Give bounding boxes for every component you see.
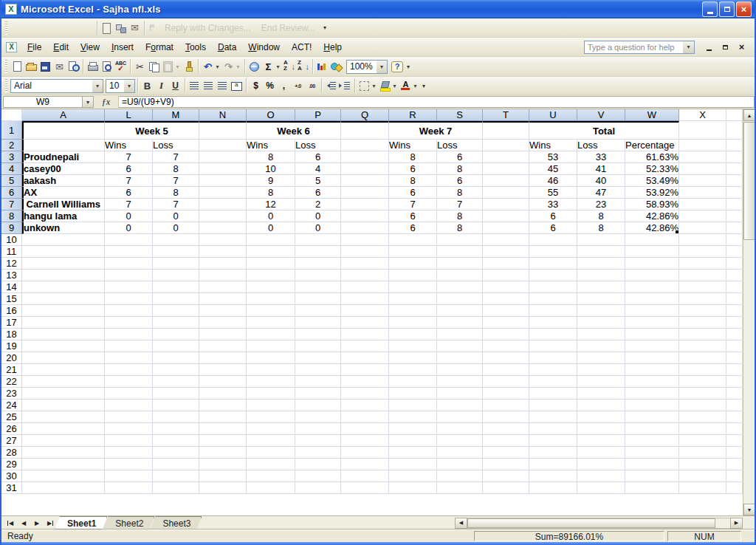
decrease-decimal-button[interactable]: .00 — [305, 79, 319, 92]
cell[interactable] — [389, 376, 437, 388]
cell[interactable] — [389, 340, 437, 352]
reply-with-changes-button[interactable]: Reply with Changes... — [147, 21, 256, 35]
row-header-21[interactable]: 21 — [1, 364, 22, 376]
cell[interactable] — [199, 459, 247, 470]
row-header-5[interactable]: 5 — [1, 175, 22, 187]
cell[interactable]: 6 — [437, 151, 483, 163]
column-header-a[interactable]: A — [22, 109, 105, 121]
cell[interactable] — [679, 258, 726, 270]
cell[interactable]: 6 — [295, 151, 341, 163]
cell-player-name[interactable]: hangu lama — [22, 210, 105, 222]
cell[interactable] — [483, 411, 529, 423]
cell[interactable] — [483, 163, 529, 175]
horizontal-scroll-thumb[interactable] — [467, 518, 715, 528]
comma-style-button[interactable]: , — [277, 79, 291, 92]
save-button[interactable] — [38, 60, 52, 73]
cell[interactable]: Loss — [577, 140, 625, 151]
vertical-scroll-thumb[interactable] — [743, 122, 755, 240]
cell[interactable] — [295, 388, 341, 400]
cell[interactable] — [199, 163, 247, 175]
cell[interactable] — [199, 281, 247, 293]
cell-week7-title[interactable]: Week 7 — [389, 121, 483, 140]
cell[interactable] — [529, 482, 577, 494]
chevron-down-icon[interactable]: ▾ — [214, 64, 221, 70]
cell[interactable]: 47 — [577, 187, 625, 199]
cell[interactable] — [22, 388, 105, 400]
cell[interactable] — [625, 329, 679, 340]
column-header-q[interactable]: Q — [341, 109, 389, 121]
cell[interactable] — [679, 435, 726, 447]
menu-item-tools[interactable]: Tools — [179, 39, 212, 55]
cell[interactable] — [22, 423, 105, 435]
cell[interactable]: 55 — [529, 187, 577, 199]
cell[interactable]: 33 — [529, 199, 577, 210]
cell[interactable] — [726, 388, 743, 400]
edit-comment-button[interactable] — [52, 21, 66, 35]
cell[interactable] — [726, 376, 743, 388]
cell[interactable] — [483, 340, 529, 352]
cell[interactable] — [625, 281, 679, 293]
cell[interactable] — [625, 305, 679, 317]
cell[interactable] — [437, 258, 483, 270]
cell[interactable] — [437, 281, 483, 293]
cell[interactable]: Loss — [295, 140, 341, 151]
cell[interactable] — [679, 140, 726, 151]
cell[interactable] — [726, 246, 743, 258]
cell[interactable] — [247, 400, 295, 411]
cell[interactable] — [625, 258, 679, 270]
cell[interactable] — [199, 411, 247, 423]
cell[interactable] — [529, 246, 577, 258]
mail-recipient-button[interactable]: ✉ — [128, 21, 142, 35]
cell[interactable] — [153, 400, 199, 411]
scroll-up-icon[interactable]: ▲ — [743, 109, 755, 121]
drawing-button[interactable] — [329, 60, 343, 73]
cell[interactable]: 8 — [247, 151, 295, 163]
cell[interactable] — [726, 199, 743, 210]
cell[interactable] — [529, 234, 577, 246]
cell[interactable] — [529, 340, 577, 352]
cell[interactable] — [577, 246, 625, 258]
cell[interactable]: 6 — [529, 210, 577, 222]
cell[interactable] — [105, 376, 153, 388]
cell[interactable]: Wins — [529, 140, 577, 151]
create-task-button[interactable] — [114, 21, 128, 35]
row-header-20[interactable]: 20 — [1, 352, 22, 364]
cell[interactable] — [389, 482, 437, 494]
cell[interactable] — [679, 388, 726, 400]
cell[interactable] — [341, 411, 389, 423]
cell[interactable] — [679, 222, 726, 234]
cell[interactable] — [389, 293, 437, 305]
cell-player-name[interactable]: aakash — [22, 175, 105, 187]
row-header-13[interactable]: 13 — [1, 270, 22, 281]
cell[interactable] — [437, 340, 483, 352]
cell[interactable] — [247, 234, 295, 246]
cell[interactable] — [341, 482, 389, 494]
chevron-down-icon[interactable]: ▾ — [683, 41, 694, 53]
cell[interactable] — [437, 376, 483, 388]
cell[interactable]: 6 — [389, 187, 437, 199]
cell[interactable] — [726, 258, 743, 270]
cell[interactable] — [437, 447, 483, 459]
cell[interactable] — [105, 482, 153, 494]
cell[interactable] — [483, 270, 529, 281]
cell[interactable]: 0 — [295, 210, 341, 222]
cell[interactable] — [341, 400, 389, 411]
cell[interactable] — [577, 305, 625, 317]
cell[interactable]: 12 — [247, 199, 295, 210]
cell[interactable] — [199, 293, 247, 305]
cell[interactable] — [726, 175, 743, 187]
cell[interactable] — [679, 470, 726, 482]
cell[interactable] — [22, 376, 105, 388]
workbook-icon[interactable]: X — [6, 42, 17, 52]
cell[interactable] — [105, 293, 153, 305]
cell[interactable] — [341, 151, 389, 163]
cell-week5-title[interactable]: Week 5 — [105, 121, 199, 140]
row-header-23[interactable]: 23 — [1, 388, 22, 400]
cell[interactable] — [577, 376, 625, 388]
cell[interactable]: 61.63% — [625, 151, 679, 163]
cell[interactable] — [529, 305, 577, 317]
cell[interactable] — [726, 234, 743, 246]
cell[interactable] — [199, 258, 247, 270]
row-header-30[interactable]: 30 — [1, 470, 22, 482]
cell[interactable] — [679, 293, 726, 305]
